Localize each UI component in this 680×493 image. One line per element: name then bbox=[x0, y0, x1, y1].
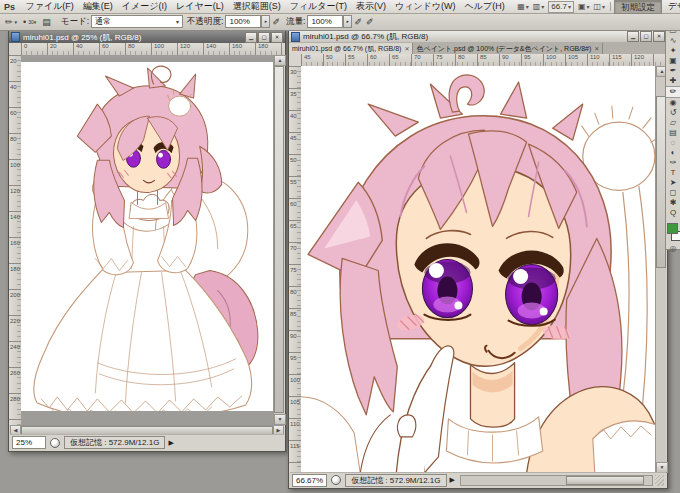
left-window-titlebar[interactable]: miruhi01.psd @ 25% (肌, RGB/8) ▁ ▢ ✕ bbox=[9, 31, 285, 43]
minimize-button[interactable]: ▁ bbox=[245, 32, 257, 43]
status-options-arrow[interactable]: ▶ bbox=[450, 476, 455, 484]
left-window-title: miruhi01.psd @ 25% (肌, RGB/8) bbox=[23, 32, 244, 43]
tab-close-icon[interactable]: ✕ bbox=[404, 45, 409, 52]
restore-button[interactable]: ▢ bbox=[258, 32, 270, 43]
quick-selection-tool-icon[interactable]: ✦ bbox=[666, 46, 680, 56]
zoom-percent-field[interactable]: 66.67% bbox=[292, 474, 327, 487]
flow-field[interactable]: 100% bbox=[307, 15, 343, 28]
menu-item-3[interactable]: レイヤー(L) bbox=[172, 0, 229, 13]
ruler-label: 115 bbox=[290, 443, 300, 449]
brush-tool-icon[interactable]: ✏ bbox=[666, 86, 680, 98]
tools-panel: ✛▭∿✦▣✒✚✏◉↺▱▤◌◐✑T➤◻✱Q ◎ bbox=[665, 14, 680, 250]
path-selection-tool-icon[interactable]: ➤ bbox=[666, 178, 680, 188]
menu-item-5[interactable]: フィルター(T) bbox=[285, 0, 351, 13]
restore-button[interactable]: ▢ bbox=[640, 31, 652, 42]
clone-stamp-tool-icon[interactable]: ◉ bbox=[666, 98, 680, 108]
ruler-label: 80 bbox=[128, 43, 135, 49]
blur-tool-icon[interactable]: ◌ bbox=[666, 138, 680, 148]
scroll-down-button[interactable]: ▼ bbox=[274, 414, 286, 425]
right-status-bar: 66.67% 仮想記憶 : 572.9M/12.1G ▶ bbox=[290, 472, 666, 487]
dodge-tool-icon[interactable]: ◐ bbox=[666, 148, 680, 158]
eraser-tool-icon[interactable]: ▱ bbox=[666, 118, 680, 128]
menu-item-7[interactable]: ウィンドウ(W) bbox=[390, 0, 460, 13]
flow-label: 流量: bbox=[286, 16, 305, 28]
tab-close-icon[interactable]: ✕ bbox=[594, 45, 599, 52]
ruler-label: 110 bbox=[590, 54, 600, 60]
canvas-area[interactable] bbox=[21, 55, 274, 425]
ruler-label: 45 bbox=[304, 54, 311, 60]
tool-options-bar: ✏ ▾ • 30 ▾ ▤ モード: 通常 ▾ 不透明度: 100% ▸ ✐ 流量… bbox=[0, 13, 680, 31]
vscroll-thumb[interactable] bbox=[274, 66, 284, 413]
right-window-titlebar[interactable]: miruhi01.psd @ 66.7% (肌, RGB/8) ▁ ▢ ✕ bbox=[289, 31, 667, 42]
airbrush-icon[interactable]: ✐ bbox=[352, 17, 364, 27]
view-extras-icon[interactable]: ▥▾ bbox=[531, 1, 547, 13]
toggle-brush-panel-button[interactable]: ▤ bbox=[40, 17, 53, 27]
horizontal-scrollbar[interactable] bbox=[460, 475, 653, 486]
mode-select[interactable]: 通常 ▾ bbox=[91, 15, 183, 28]
crop-tool-icon[interactable]: ▣ bbox=[666, 56, 680, 66]
ruler-label: 90 bbox=[290, 333, 297, 339]
canvas[interactable] bbox=[301, 66, 656, 473]
zoom-tool-icon[interactable]: Q bbox=[666, 208, 680, 218]
flow-spinner[interactable]: ▸ bbox=[343, 15, 352, 28]
workspace-button-1[interactable]: デザイン bbox=[662, 0, 680, 14]
shape-tool-icon[interactable]: ◻ bbox=[666, 188, 680, 198]
scroll-up-button[interactable]: ▲ bbox=[274, 55, 286, 66]
ruler-label: 75 bbox=[290, 267, 297, 273]
opacity-field[interactable]: 100% bbox=[225, 15, 261, 28]
pressure-size-icon[interactable]: ✐ bbox=[364, 17, 376, 27]
quick-mask-button[interactable]: ◎ bbox=[666, 244, 680, 254]
arrange-documents-icon[interactable]: ▣▾ bbox=[576, 1, 592, 13]
chevron-down-icon: ▾ bbox=[34, 19, 37, 25]
opacity-label: 不透明度: bbox=[187, 16, 223, 28]
zoom-level-combo[interactable]: 66.7 ▾ bbox=[548, 1, 574, 13]
screen-mode-icon[interactable]: ◫▾ bbox=[592, 1, 608, 13]
launch-bridge-icon[interactable]: ▦▾ bbox=[515, 1, 531, 13]
document-tab-0[interactable]: miruhi01.psd @ 66.7% (肌, RGB/8)✕ bbox=[289, 43, 413, 54]
menu-item-2[interactable]: イメージ(I) bbox=[117, 0, 171, 13]
eyedropper-tool-icon[interactable]: ✒ bbox=[666, 66, 680, 76]
close-button[interactable]: ✕ bbox=[653, 31, 665, 42]
gradient-tool-icon[interactable]: ▤ bbox=[666, 128, 680, 138]
brush-picker[interactable]: • 30 ▾ bbox=[21, 17, 36, 27]
ruler-label: 120 bbox=[10, 188, 20, 194]
pen-tool-icon[interactable]: ✑ bbox=[666, 158, 680, 168]
canvas[interactable] bbox=[21, 62, 274, 411]
hscroll-thumb[interactable] bbox=[566, 476, 644, 485]
hand-tool-icon[interactable]: ✱ bbox=[666, 198, 680, 208]
opacity-value: 100% bbox=[229, 17, 249, 26]
ruler-label: 20 bbox=[10, 58, 17, 64]
foreground-color-swatch[interactable] bbox=[667, 223, 678, 234]
workspace-button-0[interactable]: 初期設定 bbox=[614, 0, 662, 14]
ruler-label: 40 bbox=[290, 113, 297, 119]
menu-item-4[interactable]: 選択範囲(S) bbox=[228, 0, 285, 13]
close-button[interactable]: ✕ bbox=[271, 32, 283, 43]
ruler-label: 100 bbox=[546, 54, 556, 60]
vertical-scrollbar[interactable]: ▲ ▼ bbox=[273, 55, 284, 425]
tool-preset-picker[interactable]: ✏ ▾ bbox=[3, 17, 17, 27]
menu-item-1[interactable]: 編集(E) bbox=[78, 0, 117, 13]
zoom-level-value: 66.7 bbox=[551, 2, 567, 11]
healing-brush-tool-icon[interactable]: ✚ bbox=[666, 76, 680, 86]
document-tab-1[interactable]: 色ペイント.psd @ 100% (データ&色ペイント, RGB/8#)✕ bbox=[413, 43, 603, 54]
menu-item-6[interactable]: 表示(V) bbox=[351, 0, 390, 13]
type-tool-icon[interactable]: T bbox=[666, 168, 680, 178]
menu-item-8[interactable]: ヘルプ(H) bbox=[460, 0, 509, 13]
pressure-opacity-icon[interactable]: ✐ bbox=[270, 17, 282, 27]
menu-item-0[interactable]: ファイル(F) bbox=[21, 0, 78, 13]
status-icon bbox=[331, 475, 341, 485]
ruler-label: 20 bbox=[50, 43, 57, 49]
history-brush-tool-icon[interactable]: ↺ bbox=[666, 108, 680, 118]
status-options-arrow[interactable]: ▶ bbox=[168, 439, 173, 447]
canvas-area[interactable] bbox=[301, 66, 656, 473]
zoom-percent-field[interactable]: 25% bbox=[12, 436, 46, 449]
ruler-label: 180 bbox=[10, 266, 20, 272]
ruler-label: 95 bbox=[524, 54, 531, 60]
lasso-tool-icon[interactable]: ∿ bbox=[666, 36, 680, 46]
resize-grip[interactable] bbox=[655, 475, 664, 486]
mode-value: 通常 bbox=[95, 16, 111, 27]
minimize-button[interactable]: ▁ bbox=[627, 31, 639, 42]
ruler-label: 60 bbox=[370, 54, 377, 60]
ruler-label: 100 bbox=[10, 162, 20, 168]
opacity-spinner[interactable]: ▸ bbox=[261, 15, 270, 28]
